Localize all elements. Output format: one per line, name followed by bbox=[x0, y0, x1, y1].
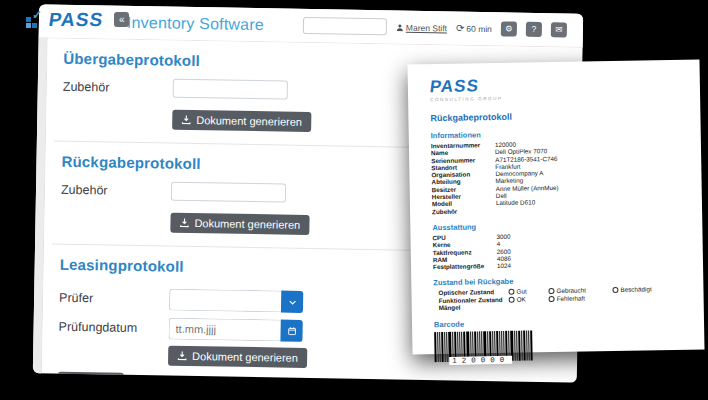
doc-row-value: 3000 bbox=[496, 233, 510, 241]
pruefer-select-group bbox=[169, 289, 303, 313]
doc-row-value: 1024 bbox=[497, 262, 511, 270]
field-label: Prüfungdatum bbox=[59, 320, 169, 336]
doc-row-value: 4 bbox=[497, 240, 501, 247]
rewind-icon: « bbox=[68, 376, 75, 383]
download-icon bbox=[177, 351, 187, 361]
generate-document-button-leasing[interactable]: Dokument generieren bbox=[168, 346, 307, 368]
calendar-button[interactable] bbox=[280, 320, 302, 342]
mail-button[interactable]: ✉ bbox=[551, 22, 567, 37]
doc-title: Rückgabeprotokoll bbox=[430, 109, 684, 123]
brand-logo: ✓ PASS « bbox=[26, 10, 129, 29]
collapse-icon: « bbox=[119, 14, 125, 25]
field-label: Zubehör bbox=[63, 79, 173, 95]
doc-row-value: A71T2186-3541-C746 bbox=[495, 155, 557, 163]
radio-label: Fehlerhaft bbox=[557, 294, 585, 302]
brand-wordmark: PASS bbox=[48, 10, 105, 29]
settings-button[interactable]: ⚙ bbox=[501, 21, 517, 36]
sidebar-collapse-button[interactable]: « bbox=[114, 12, 129, 27]
gear-icon: ⚙ bbox=[505, 23, 513, 33]
barcode: 120000 bbox=[434, 330, 527, 362]
doc-row-value: Anne Müller (AnnMue) bbox=[496, 184, 559, 192]
doc-info-rows: Inventarnummer120000NameDell OptiPlex 70… bbox=[431, 138, 686, 215]
field-label: Prüfer bbox=[59, 291, 169, 307]
session-refresh[interactable]: ⟳ 60 min bbox=[456, 23, 492, 34]
person-icon bbox=[396, 23, 404, 31]
radio-icon[interactable] bbox=[508, 289, 514, 295]
generate-document-label: Dokument generieren bbox=[196, 114, 302, 128]
radio-label: OK bbox=[517, 295, 526, 303]
doc-condition-label: Mängel bbox=[439, 303, 509, 312]
radio-option[interactable]: OK bbox=[509, 295, 549, 303]
search-input[interactable] bbox=[303, 17, 387, 35]
generate-document-label: Dokument generieren bbox=[192, 350, 298, 364]
doc-brand-logo: PASS CONSULTING GROUP bbox=[430, 74, 684, 102]
document-preview: PASS CONSULTING GROUP Rückgabeprotokoll … bbox=[407, 59, 704, 354]
pruefer-dropdown-button[interactable] bbox=[281, 291, 303, 313]
doc-section-barcode: Barcode bbox=[434, 316, 688, 329]
radio-icon[interactable] bbox=[612, 287, 618, 293]
calendar-icon bbox=[287, 326, 296, 335]
app-title: Inventory Software bbox=[127, 13, 264, 33]
doc-equipment-rows: CPU3000Kerne4Taktfrequenz2600RAM4086Fest… bbox=[432, 230, 687, 271]
radio-icon[interactable] bbox=[549, 296, 555, 302]
radio-option[interactable]: Beschädigt bbox=[612, 285, 682, 294]
pruefdatum-input[interactable] bbox=[168, 318, 280, 342]
doc-row-label: Zubehör bbox=[432, 207, 496, 215]
session-label: 60 min bbox=[466, 23, 492, 33]
radio-icon[interactable] bbox=[548, 288, 554, 294]
radio-label: Beschädigt bbox=[620, 286, 651, 294]
field-label: Zubehör bbox=[61, 182, 171, 198]
radio-icon[interactable] bbox=[509, 296, 515, 302]
back-label: Zurück bbox=[78, 376, 113, 383]
download-icon bbox=[181, 115, 191, 125]
refresh-icon: ⟳ bbox=[456, 23, 465, 33]
download-icon bbox=[179, 218, 189, 228]
back-button[interactable]: « Zurück bbox=[58, 372, 124, 383]
pruefdatum-group bbox=[168, 318, 302, 342]
barcode-value: 120000 bbox=[449, 356, 512, 365]
generate-document-button-uebergabe[interactable]: Dokument generieren bbox=[172, 110, 311, 132]
zubehoer-input-rueckgabe[interactable] bbox=[171, 182, 286, 203]
radio-option[interactable]: Fehlerhaft bbox=[549, 294, 613, 303]
doc-brand-wordmark: PASS bbox=[429, 77, 480, 95]
doc-row-label: Festplattengröße bbox=[433, 262, 497, 270]
doc-row-value: Latitude D610 bbox=[496, 199, 535, 207]
pruefer-select[interactable] bbox=[169, 289, 281, 313]
user-menu-link[interactable]: Maren Stift bbox=[396, 22, 447, 33]
pass-grid-icon: ✓ bbox=[26, 11, 43, 28]
doc-condition-rows: Optischer ZustandGutGebrauchtBeschädigtF… bbox=[433, 285, 687, 312]
zubehoer-input-uebergabe[interactable] bbox=[173, 79, 288, 100]
chevron-down-icon bbox=[288, 297, 297, 306]
help-button[interactable]: ? bbox=[526, 22, 542, 37]
generate-document-button-rueckgabe[interactable]: Dokument generieren bbox=[170, 213, 309, 235]
header-toolbar: Maren Stift ⟳ 60 min ⚙ ? ✉ bbox=[303, 17, 567, 39]
user-name: Maren Stift bbox=[406, 22, 447, 33]
help-icon: ? bbox=[531, 24, 536, 34]
generate-document-label: Dokument generieren bbox=[194, 217, 300, 231]
mail-icon: ✉ bbox=[555, 24, 562, 34]
